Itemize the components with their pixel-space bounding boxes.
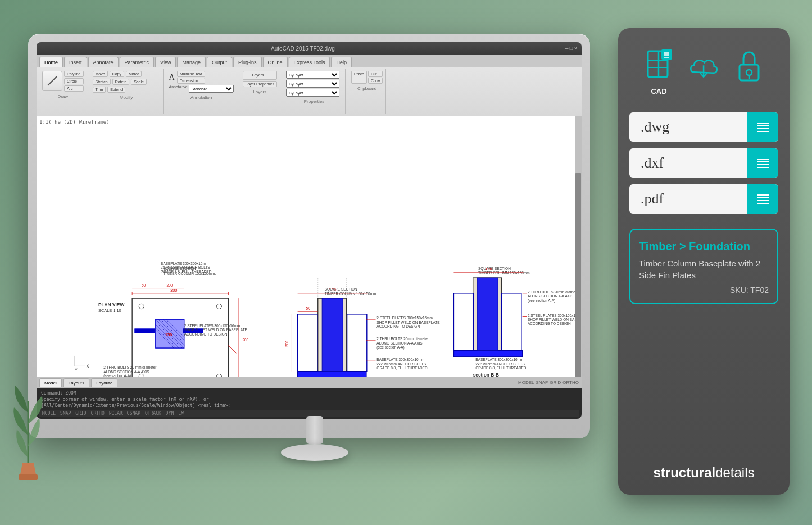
svg-rect-82: [477, 278, 498, 351]
pdf-button[interactable]: .pdf: [629, 184, 778, 214]
svg-line-0: [48, 76, 57, 85]
svg-text:50: 50: [306, 306, 311, 310]
stand-neck: [306, 416, 323, 444]
cad-label: CAD: [651, 87, 666, 96]
scale-button[interactable]: Scale: [131, 79, 147, 85]
desc-sku: SKU: TF02: [639, 286, 769, 295]
svg-text:ACCORDING TO DESIGN: ACCORDING TO DESIGN: [184, 332, 228, 336]
dimension-button[interactable]: Dimension: [177, 78, 205, 84]
circle-button[interactable]: Circle: [64, 78, 84, 84]
arc-button[interactable]: Arc: [64, 85, 84, 92]
stretch-button[interactable]: Stretch: [93, 79, 111, 85]
tab-manage[interactable]: Manage: [177, 57, 206, 67]
model-indicator[interactable]: MODEL: [42, 411, 56, 416]
cad-drawing-area[interactable]: Y X PLAN VIEW SCALE 1:10 SQUARE SECTION: [37, 116, 582, 377]
extend-button[interactable]: Extend: [107, 87, 125, 93]
tab-annotate[interactable]: Annotate: [88, 57, 119, 67]
trim-button[interactable]: Trim: [93, 87, 106, 93]
svg-rect-52: [298, 372, 366, 377]
tab-parametric[interactable]: Parametric: [120, 57, 155, 67]
svg-text:2 STEEL PLATES 300x150x16mm: 2 STEEL PLATES 300x150x16mm: [184, 324, 241, 328]
layout-tabs: Model Layout1 Layout2 MODEL SNAP GRID OR…: [37, 377, 582, 388]
ortho-status[interactable]: ORTHO: [562, 380, 579, 385]
tab-express[interactable]: Express Tools: [289, 57, 330, 67]
tab-insert[interactable]: Insert: [64, 57, 87, 67]
layers-button[interactable]: ☰ Layers: [243, 71, 277, 80]
pdf-tab[interactable]: [747, 184, 778, 214]
monitor-outer: AutoCAD 2015 TF02.dwg ─ □ × Home Insert …: [28, 34, 590, 438]
lock-icon-item[interactable]: [733, 48, 764, 96]
line-button[interactable]: [42, 71, 62, 91]
svg-text:200: 200: [242, 338, 248, 342]
copy-clip-button[interactable]: Copy: [368, 78, 383, 84]
command-line-2: Specify corner of window, enter a scale …: [39, 396, 579, 402]
dxf-tab[interactable]: [747, 148, 778, 178]
scrollbar-thumb[interactable]: [575, 173, 581, 377]
svg-rect-116: [661, 49, 672, 60]
cut-button[interactable]: Cut: [368, 71, 383, 77]
linetype-select[interactable]: ByLayer: [286, 80, 339, 88]
dwg-tab[interactable]: [747, 112, 778, 142]
tab-help[interactable]: Help: [331, 57, 352, 67]
tab-home[interactable]: Home: [39, 57, 63, 67]
rotate-button[interactable]: Rotate: [112, 79, 130, 85]
svg-text:2 STEEL PLATES 300x150x16mm: 2 STEEL PLATES 300x150x16mm: [528, 314, 582, 318]
cad-statusbar: Command: ZOOM Specify corner of window, …: [37, 388, 582, 419]
otrack-indicator[interactable]: OTRACK: [145, 411, 161, 416]
svg-text:200: 200: [285, 341, 289, 347]
svg-text:SCALE 1:10: SCALE 1:10: [98, 308, 121, 313]
svg-text:50: 50: [142, 283, 146, 287]
tab-online[interactable]: Online: [263, 57, 288, 67]
lock-icon[interactable]: [733, 48, 764, 84]
cad-drawing-svg: Y X PLAN VIEW SCALE 1:10 SQUARE SECTION: [37, 116, 582, 377]
dxf-button[interactable]: .dxf: [629, 148, 778, 178]
grid-indicator[interactable]: GRID: [75, 411, 86, 416]
window-controls[interactable]: ─ □ ×: [565, 46, 577, 51]
dxf-label: .dxf: [629, 155, 747, 171]
snap-indicator[interactable]: SNAP: [60, 411, 71, 416]
tab-output[interactable]: Output: [207, 57, 232, 67]
tab-layout2[interactable]: Layout2: [91, 378, 117, 387]
dwg-button[interactable]: .dwg: [629, 112, 778, 142]
snap-status[interactable]: SNAP: [536, 380, 548, 385]
svg-text:GRADE 8.8, FULL THREADED: GRADE 8.8, FULL THREADED: [161, 270, 212, 274]
tab-layout1[interactable]: Layout1: [63, 378, 89, 387]
desc-category: Timber > Foundation: [639, 240, 769, 253]
monitor-screen: AutoCAD 2015 TF02.dwg ─ □ × Home Insert …: [37, 42, 582, 419]
polar-indicator[interactable]: POLAR: [109, 411, 123, 416]
command-line-1: Command: ZOOM: [39, 390, 579, 396]
cad-icon-item: CAD: [643, 48, 674, 96]
description-box: Timber > Foundation Timber Column Basepl…: [629, 229, 778, 304]
copy-button[interactable]: Copy: [110, 71, 124, 77]
mirror-button[interactable]: Mirror: [126, 71, 142, 77]
mtext-button[interactable]: Multiline Text: [177, 71, 205, 77]
ribbon-clipboard-group: Paste Cut Copy Clipboard: [348, 69, 386, 114]
osnap-indicator[interactable]: OSNAP: [127, 411, 140, 416]
svg-text:ALONG SECTION A-A AXIS: ALONG SECTION A-A AXIS: [376, 341, 423, 345]
color-select[interactable]: ByLayer: [286, 71, 339, 79]
ortho-indicator[interactable]: ORTHO: [91, 411, 105, 416]
download-icon-item[interactable]: [688, 48, 719, 96]
tab-model[interactable]: Model: [39, 378, 62, 387]
right-panel: CAD: [618, 28, 790, 495]
svg-rect-21: [135, 329, 155, 333]
layer-properties-button[interactable]: Layer Properties: [243, 81, 277, 87]
svg-text:ACCORDING TO DESIGN: ACCORDING TO DESIGN: [528, 322, 571, 325]
ducs-indicator[interactable]: DYN: [166, 411, 174, 416]
tab-plugins[interactable]: Plug-ins: [233, 57, 262, 67]
svg-text:2x2 M16mm ANCHOR BOLTS: 2x2 M16mm ANCHOR BOLTS: [376, 362, 426, 366]
pdf-label: .pdf: [629, 191, 747, 207]
lineweight-select[interactable]: ByLayer: [286, 89, 339, 97]
svg-text:SHOP FILLET WELD ON BASEPLATE: SHOP FILLET WELD ON BASEPLATE: [376, 320, 440, 324]
svg-text:ALONG SECTION A-A AXIS: ALONG SECTION A-A AXIS: [103, 370, 149, 374]
paste-button[interactable]: Paste: [351, 71, 367, 84]
cad-vertical-scrollbar[interactable]: [575, 116, 582, 377]
svg-text:BASEPLATE 300x300x16mm: BASEPLATE 300x300x16mm: [475, 357, 523, 361]
download-cloud-icon[interactable]: [688, 48, 719, 84]
move-button[interactable]: Move: [93, 71, 108, 77]
text-style-select[interactable]: Standard: [189, 85, 234, 93]
polyline-button[interactable]: Polyline: [64, 71, 84, 77]
tab-view[interactable]: View: [155, 57, 176, 67]
lwt-indicator[interactable]: LWT: [178, 411, 186, 416]
grid-status[interactable]: GRID: [550, 380, 561, 385]
